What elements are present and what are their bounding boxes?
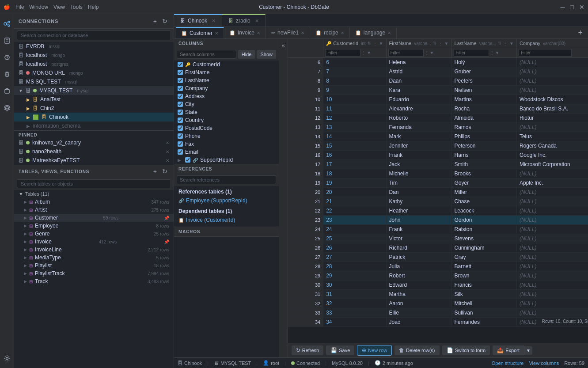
cell-customerid[interactable]: 13 [323, 123, 386, 132]
table-row[interactable]: 10 10 Eduardo Martins Woodstock Discos [288, 95, 588, 104]
col-filter-clear-button[interactable]: ▼ [495, 50, 500, 55]
db-tab-close-button[interactable]: ✕ [255, 18, 259, 24]
table-item-employee[interactable]: ▶ ⊞ Employee 8 rows [14, 222, 174, 230]
cell-company[interactable]: (NULL) [516, 67, 588, 76]
column-item-customerid[interactable]: 🔑 CustomerId [174, 61, 279, 68]
column-checkbox[interactable] [178, 102, 183, 107]
cell-customerid[interactable]: 6 [323, 58, 386, 67]
cell-firstname[interactable]: John [386, 216, 451, 225]
column-checkbox[interactable] [178, 78, 183, 83]
table-item-playlist[interactable]: ▶ ⊞ Playlist 18 rows [14, 262, 174, 269]
table-row[interactable]: 18 18 Michelle Brooks (NULL) [288, 169, 588, 178]
connections-search-input[interactable] [17, 30, 171, 40]
cell-lastname[interactable]: Nielsen [451, 86, 516, 95]
connection-localhost-postgres[interactable]: 🗄 localhost postgres [14, 60, 174, 68]
col-filter-clear-button[interactable]: ▼ [430, 50, 434, 55]
col-filter-input[interactable] [325, 49, 360, 57]
table-row[interactable]: 7 7 Astrid Gruber (NULL) [288, 67, 588, 76]
unpin-button[interactable]: ✕ [166, 140, 169, 145]
column-checkbox[interactable] [178, 125, 183, 131]
show-columns-button[interactable]: Show [257, 50, 276, 59]
col-header-firstname[interactable]: FirstName varcha... ⇅ ⋮ ▼ [386, 39, 451, 58]
cell-customerid[interactable]: 8 [323, 76, 386, 86]
db-analtest[interactable]: ▶ 🗄 AnalTest [14, 95, 174, 104]
col-header-lastname[interactable]: LastName varcha... ⇅ ⋮ ▼ [451, 39, 516, 58]
cell-customerid[interactable]: 27 [323, 253, 386, 262]
column-checkbox[interactable] [178, 149, 183, 155]
column-item-fax[interactable]: Fax [174, 140, 279, 148]
col-filter-button[interactable]: ⋮ [425, 50, 429, 55]
column-checkbox[interactable] [178, 110, 183, 115]
table-row[interactable]: 25 25 Victor Stevens (NULL) [288, 234, 588, 243]
table-row[interactable]: 8 8 Daan Peeters (NULL) [288, 76, 588, 86]
cell-company[interactable]: Woodstock Discos [516, 95, 588, 104]
cell-lastname[interactable]: Chase [451, 197, 516, 206]
cell-firstname[interactable]: Kara [386, 86, 451, 95]
cell-lastname[interactable]: Fernandes [451, 318, 516, 327]
status-db-item[interactable]: 🗄 Chinook [178, 360, 202, 366]
cell-lastname[interactable]: Cunningham [451, 243, 516, 253]
cell-firstname[interactable]: Mark [386, 132, 451, 141]
table-row[interactable]: 20 20 Dan Miller (NULL) [288, 188, 588, 197]
trash-icon[interactable] [1, 68, 13, 80]
cell-lastname[interactable]: Goyer [451, 178, 516, 188]
cell-firstname[interactable]: Jack [386, 160, 451, 169]
cell-firstname[interactable]: Patrick [386, 253, 451, 262]
filter-toggle-icon[interactable]: ▼ [444, 41, 449, 46]
cell-lastname[interactable]: Ralston [451, 225, 516, 234]
table-row[interactable]: 13 13 Fernanda Ramos (NULL) [288, 123, 588, 132]
col-filter-input[interactable] [454, 49, 489, 57]
column-checkbox[interactable] [178, 118, 183, 123]
column-item-lastname[interactable]: LastName [174, 76, 279, 84]
table-item-artist[interactable]: ▶ ⊞ Artist 275 rows [14, 206, 174, 214]
table-row[interactable]: 26 26 Richard Cunningham (NULL) [288, 243, 588, 253]
table-row[interactable]: 24 24 Frank Ralston (NULL) [288, 225, 588, 234]
cell-customerid[interactable]: 28 [323, 262, 386, 271]
cell-lastname[interactable]: Gray [451, 253, 516, 262]
tab-invoice[interactable]: 📋 Invoice ✕ [224, 27, 266, 38]
cell-firstname[interactable]: Martha [386, 290, 451, 299]
table-row[interactable]: 23 23 John Gordon (NULL) [288, 216, 588, 225]
menu-file[interactable]: File [15, 4, 24, 10]
cell-customerid[interactable]: 18 [323, 169, 386, 178]
cell-company[interactable]: Microsoft Corporation [516, 160, 588, 169]
cell-company[interactable]: (NULL) [516, 234, 588, 243]
cell-company[interactable]: (NULL) [516, 308, 588, 318]
cell-firstname[interactable]: Kathy [386, 197, 451, 206]
cell-customerid[interactable]: 16 [323, 151, 386, 160]
cell-customerid[interactable]: 12 [323, 114, 386, 123]
table-row[interactable]: 29 29 Robert Brown (NULL) [288, 271, 588, 281]
cell-customerid[interactable]: 22 [323, 206, 386, 216]
cell-lastname[interactable]: Sullivan [451, 308, 516, 318]
cell-lastname[interactable]: Stevens [451, 234, 516, 243]
references-search-input[interactable] [177, 175, 276, 184]
table-row[interactable]: 15 15 Jennifer Peterson Rogers Canada [288, 141, 588, 151]
cell-customerid[interactable]: 23 [323, 216, 386, 225]
tab-close-button[interactable]: ✕ [301, 30, 304, 35]
close-button[interactable]: ✕ [579, 4, 584, 11]
refresh-button[interactable]: ↻ Refresh [292, 345, 324, 355]
cell-company[interactable]: Apple Inc. [516, 178, 588, 188]
connection-evrdb[interactable]: 🗄 EVRDB mssql [14, 42, 174, 51]
cell-company[interactable]: Google Inc. [516, 151, 588, 160]
cell-company[interactable]: Rogers Canada [516, 141, 588, 151]
table-row[interactable]: 28 28 Julia Barnett (NULL) [288, 262, 588, 271]
cell-customerid[interactable]: 10 [323, 95, 386, 104]
cell-lastname[interactable]: Smith [451, 160, 516, 169]
col-header-customerid[interactable]: 🔑 CustomerId int ⇅ ⋮ ▼ [323, 39, 386, 58]
col-header-company[interactable]: Company varchar(80) ⇅ [516, 39, 588, 58]
table-row[interactable]: 27 27 Patrick Gray (NULL) [288, 253, 588, 262]
layers-icon[interactable] [1, 102, 13, 114]
column-item-supportrepid[interactable]: ▶ 🔗 SupportRepId [174, 156, 279, 164]
new-row-button[interactable]: ⊕ New row [357, 345, 392, 356]
column-checkbox[interactable] [178, 141, 183, 147]
pinned-item-knihovna[interactable]: 🗄 knihovna_v2_canary ✕ [14, 138, 174, 147]
tab-newfile1[interactable]: ✏ newFile1 ✕ [266, 27, 310, 38]
cell-customerid[interactable]: 26 [323, 243, 386, 253]
table-row[interactable]: 9 9 Kara Nielsen (NULL) [288, 86, 588, 95]
col-menu-icon[interactable]: ⋮ [373, 41, 377, 46]
cell-customerid[interactable]: 9 [323, 86, 386, 95]
db-chin2[interactable]: ▶ 🗄 Chin2 [14, 104, 174, 113]
minimize-button[interactable]: ─ [561, 4, 565, 11]
switch-to-form-button[interactable]: 📄 Switch to form [442, 345, 490, 355]
